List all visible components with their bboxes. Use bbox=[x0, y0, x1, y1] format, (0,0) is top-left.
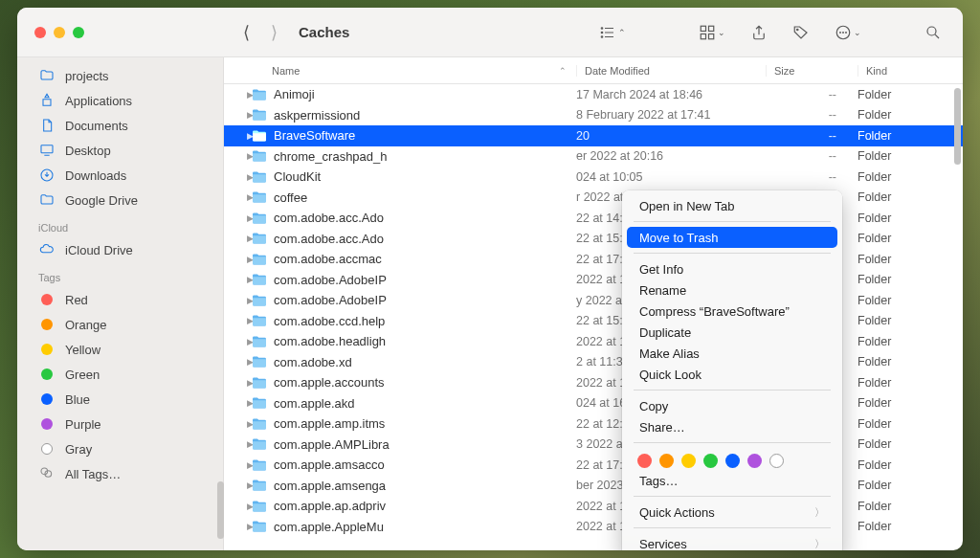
minimize-button[interactable] bbox=[54, 27, 65, 38]
disclosure-icon[interactable]: ▶ bbox=[224, 151, 247, 161]
file-row[interactable]: ▶ com.adobe.acc.Ado 22 at 14:17 -- Folde… bbox=[224, 208, 963, 229]
column-kind[interactable]: Kind bbox=[858, 65, 963, 77]
sidebar-tag-purple[interactable]: Purple bbox=[17, 412, 223, 436]
back-button[interactable]: ⟨ bbox=[237, 18, 256, 47]
ctx-item-tags[interactable]: Tags… bbox=[622, 470, 842, 491]
ctx-item[interactable]: Quick Actions〉 bbox=[622, 502, 842, 523]
ctx-item[interactable]: Copy bbox=[622, 395, 842, 416]
view-list-icon[interactable]: ⌃ bbox=[591, 20, 634, 45]
sidebar-all-tags[interactable]: All Tags… bbox=[17, 461, 223, 486]
ctx-item[interactable]: Services〉 bbox=[622, 533, 842, 550]
sidebar-tag-gray[interactable]: Gray bbox=[17, 436, 223, 461]
zoom-button[interactable] bbox=[73, 27, 84, 38]
ctx-tag-dot[interactable] bbox=[769, 454, 784, 468]
scrollbar[interactable] bbox=[954, 88, 961, 165]
file-row[interactable]: ▶ chrome_crashpad_h er 2022 at 20:16 -- … bbox=[224, 146, 963, 167]
file-row[interactable]: ▶ com.adobe.acc.Ado 22 at 15:16 -- Folde… bbox=[224, 229, 963, 250]
sidebar-scrollbar[interactable] bbox=[217, 481, 224, 539]
group-icon[interactable]: ⌄ bbox=[691, 20, 733, 45]
file-row[interactable]: ▶ Animoji 17 March 2024 at 18:46 -- Fold… bbox=[224, 84, 963, 105]
column-size[interactable]: Size bbox=[766, 65, 858, 77]
disclosure-icon[interactable]: ▶ bbox=[224, 378, 247, 388]
disclosure-icon[interactable]: ▶ bbox=[224, 296, 247, 305]
forward-button[interactable]: ⟩ bbox=[265, 18, 283, 47]
column-name[interactable]: Name⌃ bbox=[224, 65, 576, 77]
ctx-item[interactable]: Compress “BraveSoftware” bbox=[622, 301, 842, 322]
ctx-tag-dot[interactable] bbox=[637, 454, 652, 468]
sidebar-item-projects[interactable]: projects bbox=[17, 63, 223, 88]
disclosure-icon[interactable]: ▶ bbox=[224, 172, 247, 182]
file-row[interactable]: ▶ CloudKit 024 at 10:05 -- Folder bbox=[224, 167, 963, 188]
file-row[interactable]: ▶ com.adobe.accmac 22 at 17:27 -- Folder bbox=[224, 249, 963, 270]
ctx-tag-dot[interactable] bbox=[681, 454, 696, 468]
search-icon[interactable] bbox=[917, 20, 949, 45]
share-icon[interactable] bbox=[743, 20, 775, 45]
sidebar-item-google-drive[interactable]: Google Drive bbox=[17, 188, 223, 212]
disclosure-icon[interactable]: ▶ bbox=[224, 275, 247, 284]
ctx-tag-dot[interactable] bbox=[725, 454, 740, 468]
sidebar-item-desktop[interactable]: Desktop bbox=[17, 138, 223, 163]
sidebar-item-applications[interactable]: Applications bbox=[17, 88, 223, 113]
disclosure-icon[interactable]: ▶ bbox=[224, 316, 247, 325]
ctx-item-move-to-trash[interactable]: Move to Trash bbox=[627, 227, 837, 248]
file-row[interactable]: ▶ com.apple.accounts 2022 at 12:51 -- Fo… bbox=[224, 372, 963, 393]
ctx-tag-dot[interactable] bbox=[747, 454, 762, 468]
sidebar-tag-blue[interactable]: Blue bbox=[17, 387, 223, 412]
sidebar-item-documents[interactable]: Documents bbox=[17, 113, 223, 138]
sidebar-item-downloads[interactable]: Downloads bbox=[17, 163, 223, 188]
more-icon[interactable]: ⌄ bbox=[827, 20, 869, 45]
disclosure-icon[interactable]: ▶ bbox=[224, 234, 247, 243]
file-list[interactable]: ▶ Animoji 17 March 2024 at 18:46 -- Fold… bbox=[224, 84, 963, 550]
svg-line-16 bbox=[935, 33, 939, 37]
sidebar-tag-yellow[interactable]: Yellow bbox=[17, 337, 223, 362]
file-row[interactable]: ▶ askpermissiond 8 February 2022 at 17:4… bbox=[224, 105, 963, 126]
ctx-item[interactable]: Duplicate bbox=[622, 322, 842, 343]
file-row[interactable]: ▶ com.apple.amp.itms 22 at 12:52 -- Fold… bbox=[224, 413, 963, 435]
file-row[interactable]: ▶ com.apple.ap.adpriv 2022 at 17:39 -- F… bbox=[224, 496, 963, 517]
disclosure-icon[interactable]: ▶ bbox=[224, 110, 247, 120]
file-row[interactable]: ▶ com.apple.AppleMu 2022 at 12:51 -- Fol… bbox=[224, 517, 963, 538]
sidebar-tag-red[interactable]: Red bbox=[17, 287, 223, 312]
svg-rect-7 bbox=[709, 26, 714, 31]
ctx-item[interactable]: Rename bbox=[622, 279, 842, 301]
file-row[interactable]: ▶ com.adobe.AdobeIP y 2022 at 11:15 -- F… bbox=[224, 290, 963, 311]
disclosure-icon[interactable]: ▶ bbox=[224, 90, 247, 100]
disclosure-icon[interactable]: ▶ bbox=[224, 357, 247, 367]
ctx-item[interactable]: Make Alias bbox=[622, 343, 842, 364]
ctx-item[interactable]: Quick Look bbox=[622, 364, 842, 385]
ctx-tag-dot[interactable] bbox=[659, 454, 674, 468]
ctx-item[interactable]: Open in New Tab bbox=[622, 195, 842, 216]
file-row[interactable]: ▶ com.adobe.ccd.help 22 at 15:16 -- Fold… bbox=[224, 311, 963, 332]
file-row[interactable]: ▶ coffee r 2022 at 16:43 -- Folder bbox=[224, 188, 963, 209]
file-row[interactable]: ▶ com.adobe.AdobeIP 2022 at 12:51 -- Fol… bbox=[224, 270, 963, 291]
file-row[interactable]: ▶ com.apple.AMPLibra 3 2022 at 9:44 -- F… bbox=[224, 435, 963, 456]
sidebar-item-icloud-drive[interactable]: iCloud Drive bbox=[17, 237, 223, 262]
ctx-tag-dot[interactable] bbox=[703, 454, 718, 468]
cloud-icon bbox=[38, 241, 56, 258]
ctx-item[interactable]: Get Info bbox=[622, 258, 842, 279]
file-row[interactable]: ▶ com.apple.akd 024 at 16:27 -- Folder bbox=[224, 393, 963, 414]
disclosure-icon[interactable]: ▶ bbox=[224, 213, 247, 223]
disclosure-icon[interactable]: ▶ bbox=[224, 439, 247, 449]
disclosure-icon[interactable]: ▶ bbox=[224, 419, 247, 429]
ctx-item[interactable]: Share… bbox=[622, 416, 842, 437]
file-row[interactable]: ▶ BraveSoftware 20 -- Folder bbox=[224, 125, 963, 146]
file-row[interactable]: ▶ com.apple.amsenga ber 2023 at 7:45 -- … bbox=[224, 476, 963, 497]
file-row[interactable]: ▶ com.apple.amsacco 22 at 17:41 -- Folde… bbox=[224, 455, 963, 476]
close-button[interactable] bbox=[34, 27, 46, 38]
disclosure-icon[interactable]: ▶ bbox=[224, 337, 247, 346]
column-date[interactable]: Date Modified bbox=[576, 65, 766, 77]
file-row[interactable]: ▶ com.adobe.headligh 2022 at 15:51 -- Fo… bbox=[224, 331, 963, 352]
disclosure-icon[interactable]: ▶ bbox=[224, 398, 247, 408]
tag-icon[interactable] bbox=[785, 20, 817, 45]
disclosure-icon[interactable]: ▶ bbox=[224, 480, 247, 490]
sidebar-tag-orange[interactable]: Orange bbox=[17, 312, 223, 337]
disclosure-icon[interactable]: ▶ bbox=[224, 255, 247, 264]
disclosure-icon[interactable]: ▶ bbox=[224, 192, 247, 202]
sidebar-tag-green[interactable]: Green bbox=[17, 362, 223, 387]
disclosure-icon[interactable]: ▶ bbox=[224, 502, 247, 511]
disclosure-icon[interactable]: ▶ bbox=[224, 522, 247, 531]
file-row[interactable]: ▶ com.adobe.xd 2 at 11:34 -- Folder bbox=[224, 352, 963, 373]
disclosure-icon[interactable]: ▶ bbox=[224, 460, 247, 470]
disclosure-icon[interactable]: ▶ bbox=[224, 131, 247, 141]
